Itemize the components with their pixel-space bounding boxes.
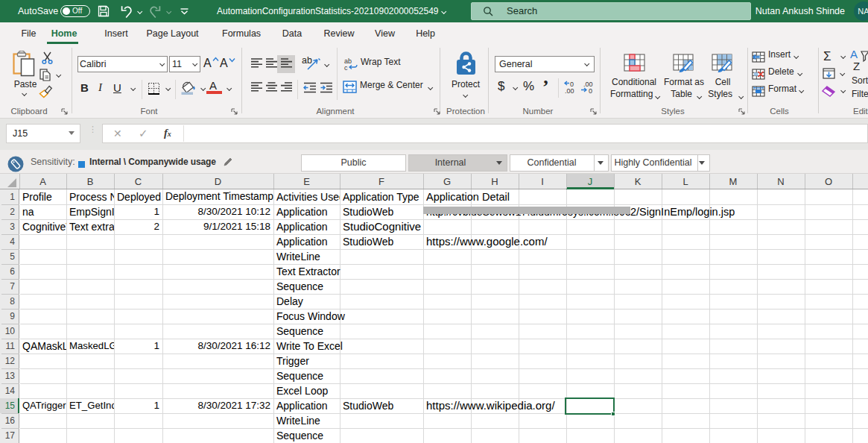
svg-text:0: 0	[589, 87, 592, 95]
svg-text:.00: .00	[565, 87, 574, 95]
svg-text:c: c	[344, 64, 348, 71]
